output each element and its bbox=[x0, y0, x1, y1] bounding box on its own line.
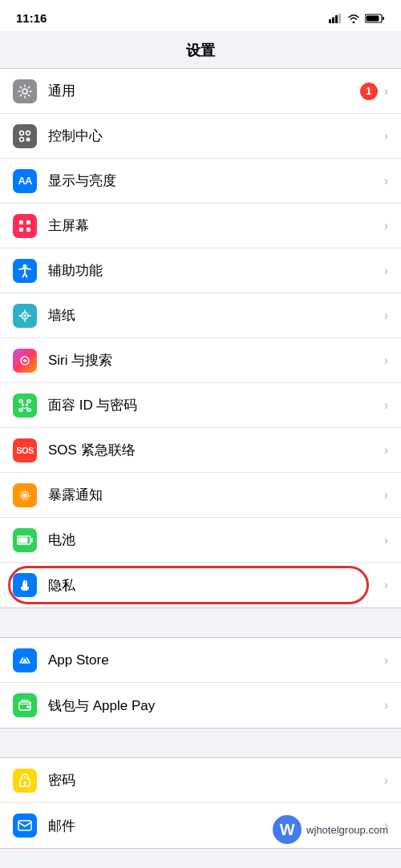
battery-chevron: › bbox=[384, 533, 388, 547]
svg-rect-21 bbox=[27, 400, 30, 402]
passwords-chevron: › bbox=[384, 773, 388, 788]
svg-point-26 bbox=[23, 493, 27, 497]
control-label: 控制中心 bbox=[48, 127, 384, 145]
battery-icon bbox=[365, 14, 385, 23]
svg-point-9 bbox=[26, 131, 30, 135]
settings-row-display[interactable]: AA 显示与亮度 › bbox=[0, 159, 401, 204]
sos-label: SOS 紧急联络 bbox=[48, 441, 384, 459]
siri-chevron: › bbox=[384, 353, 388, 368]
display-label: 显示与亮度 bbox=[48, 172, 384, 190]
svg-rect-6 bbox=[367, 15, 379, 21]
privacy-chevron: › bbox=[384, 578, 388, 592]
homescreen-icon bbox=[13, 214, 37, 238]
settings-row-sos[interactable]: SOS SOS 紧急联络 › bbox=[0, 428, 401, 473]
wallet-label: 钱包与 Apple Pay bbox=[48, 696, 384, 715]
svg-rect-1 bbox=[332, 17, 334, 23]
svg-point-10 bbox=[20, 137, 24, 141]
svg-rect-31 bbox=[18, 537, 28, 543]
settings-row-battery[interactable]: 电池 › bbox=[0, 518, 401, 563]
settings-section-1: 通用 1 › 控制中心 › AA 显示与亮度 › bbox=[0, 68, 401, 608]
svg-point-24 bbox=[22, 404, 24, 406]
svg-rect-13 bbox=[26, 220, 30, 224]
appstore-chevron: › bbox=[384, 653, 388, 668]
general-badge: 1 bbox=[360, 83, 378, 100]
display-chevron: › bbox=[384, 174, 388, 188]
svg-rect-0 bbox=[329, 19, 331, 23]
exposure-icon bbox=[13, 483, 37, 507]
faceid-label: 面容 ID 与密码 bbox=[48, 396, 384, 414]
svg-rect-22 bbox=[19, 409, 22, 411]
exposure-chevron: › bbox=[384, 488, 388, 503]
general-chevron: › bbox=[384, 84, 388, 99]
faceid-icon bbox=[13, 394, 37, 418]
sos-chevron: › bbox=[384, 443, 388, 458]
mail-icon bbox=[13, 813, 37, 838]
svg-rect-23 bbox=[27, 409, 30, 411]
sos-icon: SOS bbox=[13, 438, 37, 462]
siri-label: Siri 与搜索 bbox=[48, 351, 384, 369]
settings-row-appstore[interactable]: App Store › bbox=[0, 638, 401, 683]
wallpaper-label: 墙纸 bbox=[48, 306, 384, 325]
svg-rect-12 bbox=[19, 220, 23, 224]
wallpaper-chevron: › bbox=[384, 309, 388, 323]
settings-row-faceid[interactable]: 面容 ID 与密码 › bbox=[0, 383, 401, 428]
svg-rect-14 bbox=[19, 228, 23, 232]
svg-point-16 bbox=[23, 264, 27, 268]
settings-section-2: App Store › 钱包与 Apple Pay › bbox=[0, 637, 401, 729]
privacy-label: 隐私 bbox=[48, 576, 384, 595]
status-icons bbox=[329, 14, 385, 23]
privacy-icon bbox=[13, 573, 37, 597]
settings-row-control[interactable]: 控制中心 › bbox=[0, 114, 401, 159]
svg-rect-36 bbox=[18, 821, 31, 830]
general-label: 通用 bbox=[48, 82, 360, 100]
battery-row-icon bbox=[13, 528, 37, 552]
svg-point-8 bbox=[20, 131, 24, 135]
settings-row-exposure[interactable]: 暴露通知 › bbox=[0, 473, 401, 518]
svg-point-11 bbox=[26, 137, 30, 141]
settings-row-wallet[interactable]: 钱包与 Apple Pay › bbox=[0, 683, 401, 728]
watermark-text: wjhotelgroup.com bbox=[306, 824, 388, 836]
battery-label: 电池 bbox=[48, 531, 384, 549]
watermark: W wjhotelgroup.com bbox=[273, 815, 388, 844]
settings-row-general[interactable]: 通用 1 › bbox=[0, 69, 401, 114]
status-bar: 11:16 bbox=[0, 0, 401, 31]
control-chevron: › bbox=[384, 129, 388, 143]
display-icon: AA bbox=[13, 169, 37, 193]
page-title-bar: 设置 bbox=[0, 31, 401, 68]
accessibility-chevron: › bbox=[384, 264, 388, 278]
faceid-chevron: › bbox=[384, 398, 388, 413]
general-icon bbox=[13, 79, 37, 103]
page-title: 设置 bbox=[0, 41, 401, 60]
settings-row-homescreen[interactable]: 主屏幕 › bbox=[0, 204, 401, 248]
svg-rect-15 bbox=[26, 228, 30, 232]
homescreen-chevron: › bbox=[384, 219, 388, 233]
wallpaper-icon bbox=[13, 304, 37, 328]
appstore-icon bbox=[13, 648, 37, 672]
svg-rect-3 bbox=[338, 14, 341, 23]
status-time: 11:16 bbox=[16, 11, 47, 25]
accessibility-icon bbox=[13, 259, 37, 283]
svg-rect-33 bbox=[26, 706, 30, 709]
siri-icon bbox=[13, 349, 37, 373]
passwords-icon bbox=[13, 769, 37, 793]
settings-row-siri[interactable]: Siri 与搜索 › bbox=[0, 338, 401, 383]
passwords-label: 密码 bbox=[48, 771, 384, 789]
signal-icon bbox=[329, 14, 342, 23]
homescreen-label: 主屏幕 bbox=[48, 216, 384, 235]
svg-point-25 bbox=[26, 404, 28, 406]
svg-rect-2 bbox=[335, 15, 338, 23]
wifi-icon bbox=[347, 14, 360, 23]
settings-row-passwords[interactable]: 密码 › bbox=[0, 758, 401, 803]
svg-point-7 bbox=[22, 89, 27, 94]
svg-rect-5 bbox=[383, 17, 384, 20]
exposure-label: 暴露通知 bbox=[48, 486, 384, 504]
svg-rect-20 bbox=[19, 400, 22, 402]
svg-rect-30 bbox=[31, 538, 33, 542]
settings-row-accessibility[interactable]: 辅助功能 › bbox=[0, 248, 401, 293]
wallet-chevron: › bbox=[384, 698, 388, 713]
settings-row-privacy[interactable]: 隐私 › bbox=[0, 563, 401, 608]
accessibility-label: 辅助功能 bbox=[48, 261, 384, 280]
settings-row-wallpaper[interactable]: 墙纸 › bbox=[0, 293, 401, 338]
appstore-label: App Store bbox=[48, 652, 384, 668]
svg-point-18 bbox=[23, 314, 26, 317]
